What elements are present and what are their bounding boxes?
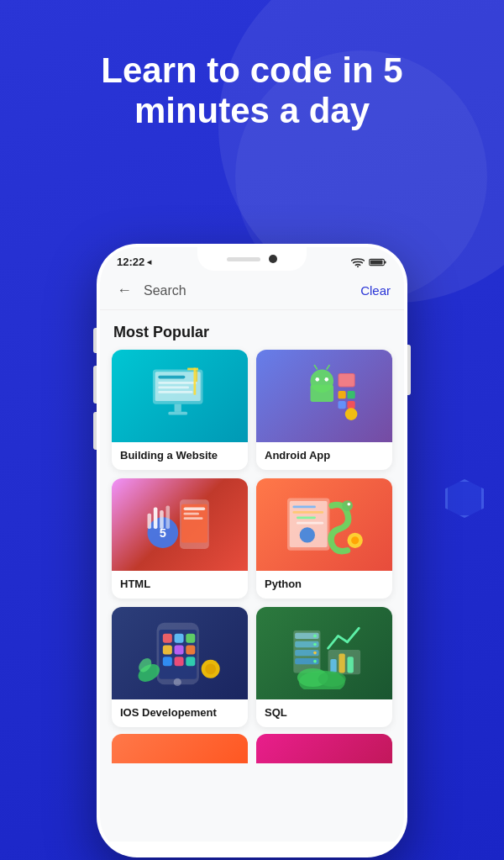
svg-rect-44 bbox=[297, 521, 323, 524]
phone-content: Most Popular bbox=[100, 310, 404, 842]
sql-illustration bbox=[278, 618, 370, 689]
python-illustration bbox=[278, 489, 370, 561]
mute-button bbox=[93, 328, 97, 353]
svg-rect-3 bbox=[370, 260, 383, 264]
svg-point-49 bbox=[351, 536, 359, 544]
svg-point-71 bbox=[313, 634, 317, 637]
phone-notch bbox=[197, 247, 307, 271]
svg-rect-77 bbox=[339, 653, 344, 673]
svg-point-45 bbox=[300, 527, 315, 542]
svg-rect-6 bbox=[158, 375, 185, 378]
svg-rect-59 bbox=[175, 657, 184, 666]
course-card-python[interactable]: Python bbox=[256, 478, 392, 599]
svg-rect-22 bbox=[339, 373, 354, 386]
svg-rect-2 bbox=[384, 261, 386, 263]
notch-camera bbox=[269, 255, 277, 263]
svg-point-18 bbox=[324, 377, 328, 382]
svg-rect-24 bbox=[348, 391, 355, 398]
course-card-html[interactable]: 5 HTML bbox=[112, 478, 248, 599]
clear-button[interactable]: Clear bbox=[360, 283, 391, 298]
wifi-icon bbox=[351, 257, 365, 267]
svg-rect-43 bbox=[297, 516, 316, 519]
svg-point-27 bbox=[345, 408, 358, 420]
svg-point-47 bbox=[348, 502, 351, 505]
svg-rect-7 bbox=[158, 382, 197, 384]
course-thumb-ios bbox=[112, 607, 248, 699]
svg-rect-13 bbox=[187, 367, 198, 370]
svg-rect-23 bbox=[339, 391, 346, 398]
svg-rect-14 bbox=[196, 370, 197, 382]
hero-title: Learn to code in 5 minutes a day bbox=[0, 0, 504, 157]
svg-rect-57 bbox=[186, 645, 195, 654]
status-time: 12:22 ◂ bbox=[117, 256, 151, 268]
svg-rect-26 bbox=[348, 401, 355, 409]
search-text[interactable]: Search bbox=[144, 283, 352, 298]
svg-line-19 bbox=[314, 364, 318, 369]
svg-rect-52 bbox=[163, 633, 172, 642]
course-label-sql: SQL bbox=[256, 699, 392, 727]
search-bar: ← Search Clear bbox=[100, 272, 404, 310]
back-button[interactable]: ← bbox=[113, 280, 135, 301]
partial-card-1 bbox=[112, 734, 248, 763]
svg-point-0 bbox=[357, 266, 359, 267]
android-illustration bbox=[278, 361, 370, 432]
hex-decoration bbox=[445, 479, 487, 521]
course-thumb-android bbox=[256, 350, 392, 442]
website-illustration bbox=[134, 361, 226, 432]
svg-point-17 bbox=[315, 377, 319, 382]
svg-rect-8 bbox=[158, 386, 189, 388]
svg-rect-56 bbox=[175, 645, 184, 654]
courses-grid: Building a Website bbox=[100, 350, 404, 727]
svg-rect-9 bbox=[158, 391, 192, 393]
status-icons bbox=[351, 257, 387, 267]
background: Learn to code in 5 minutes a day 12:22 ◂ bbox=[0, 0, 504, 860]
course-thumb-sql bbox=[256, 607, 392, 699]
html-illustration: 5 bbox=[134, 489, 226, 561]
svg-rect-55 bbox=[163, 645, 172, 654]
bottom-partial-cards bbox=[100, 734, 404, 763]
svg-rect-58 bbox=[163, 657, 172, 666]
svg-rect-54 bbox=[186, 633, 195, 642]
course-label-website: Building a Website bbox=[112, 442, 248, 470]
svg-point-73 bbox=[313, 651, 317, 654]
svg-rect-36 bbox=[154, 507, 158, 529]
svg-rect-11 bbox=[168, 411, 187, 414]
svg-rect-12 bbox=[194, 367, 197, 394]
svg-rect-78 bbox=[348, 657, 354, 673]
ios-illustration bbox=[134, 618, 226, 689]
battery-icon bbox=[369, 257, 387, 267]
svg-rect-37 bbox=[160, 510, 164, 529]
svg-rect-38 bbox=[166, 505, 171, 529]
svg-rect-25 bbox=[339, 401, 346, 409]
course-thumb-html: 5 bbox=[112, 478, 248, 571]
svg-point-72 bbox=[313, 642, 317, 646]
svg-point-81 bbox=[318, 671, 346, 686]
svg-point-63 bbox=[205, 663, 216, 674]
course-label-html: HTML bbox=[112, 571, 248, 599]
svg-rect-76 bbox=[330, 658, 336, 673]
svg-rect-41 bbox=[292, 505, 316, 508]
notch-speaker bbox=[227, 257, 260, 261]
svg-rect-31 bbox=[184, 512, 199, 514]
section-title: Most Popular bbox=[100, 310, 404, 350]
volume-down-button bbox=[93, 412, 97, 450]
svg-rect-60 bbox=[186, 657, 195, 666]
course-label-python: Python bbox=[256, 571, 392, 599]
svg-point-61 bbox=[174, 678, 181, 685]
svg-rect-32 bbox=[184, 517, 203, 520]
svg-rect-53 bbox=[175, 633, 184, 642]
course-card-ios[interactable]: IOS Developement bbox=[112, 607, 248, 727]
svg-point-74 bbox=[313, 659, 317, 662]
svg-rect-16 bbox=[311, 384, 334, 401]
course-card-sql[interactable]: SQL bbox=[256, 607, 392, 727]
course-card-android[interactable]: Android App bbox=[256, 350, 392, 470]
course-card-website[interactable]: Building a Website bbox=[112, 350, 248, 470]
svg-rect-10 bbox=[175, 404, 181, 411]
svg-point-46 bbox=[342, 500, 353, 511]
course-label-ios: IOS Developement bbox=[112, 699, 248, 727]
location-icon: ◂ bbox=[147, 257, 151, 266]
svg-rect-42 bbox=[292, 511, 323, 514]
course-label-android: Android App bbox=[256, 442, 392, 470]
svg-rect-35 bbox=[148, 513, 152, 528]
svg-line-20 bbox=[327, 364, 330, 369]
